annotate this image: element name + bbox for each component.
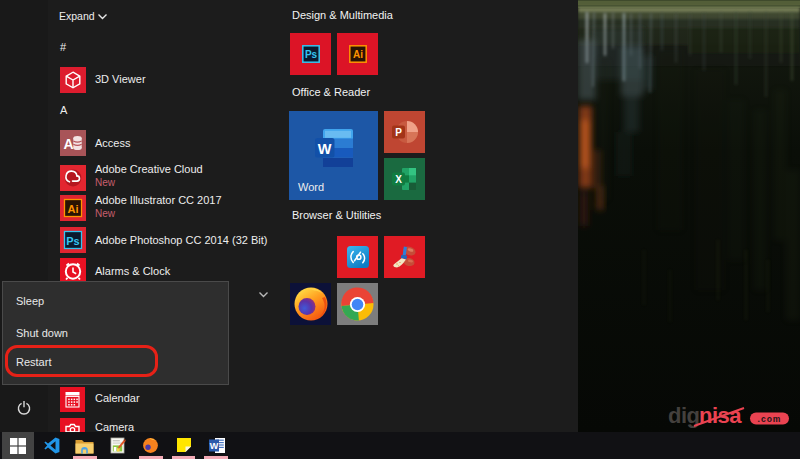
svg-text:dig: dig [668,403,700,428]
svg-text:X: X [395,174,402,185]
svg-text:Ai: Ai [353,49,363,60]
svg-text:P: P [395,127,402,138]
svg-text:W: W [210,441,219,451]
svg-text:.com: .com [758,414,782,424]
svg-text:Ps: Ps [304,49,317,60]
svg-text:W: W [318,141,332,157]
